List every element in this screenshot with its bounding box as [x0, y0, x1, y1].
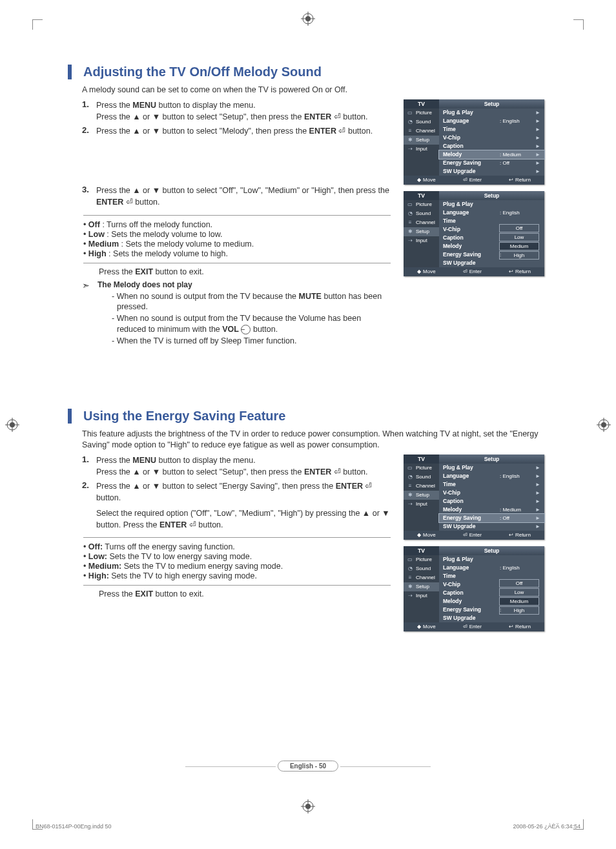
- osd-side-icon: ▭: [406, 557, 414, 563]
- return-icon: ↩: [509, 532, 513, 538]
- osd-panel-setup-melody: TV Setup ▭Picture◔Sound≡Channel✱Setup⇢In…: [404, 99, 544, 185]
- osd-side-icon: ✱: [406, 492, 414, 498]
- osd-footer: ◆Move ⏎Enter ↩Return: [404, 531, 544, 540]
- crop-mark: [32, 19, 43, 30]
- registration-mark-icon: [301, 12, 315, 26]
- osd-side-icon: ◔: [406, 119, 414, 125]
- osd-side-icon: ≡: [406, 483, 414, 489]
- osd-sidebar: ▭Picture◔Sound≡Channel✱Setup⇢Input: [404, 464, 439, 531]
- osd-side-icon: ≡: [406, 128, 414, 134]
- enter-icon: ⏎: [463, 624, 467, 629]
- osd-rows-opts: Plug & PlayLanguage: EnglishTimeV-ChipCa…: [439, 200, 544, 267]
- return-icon: ↩: [509, 624, 513, 629]
- osd-footer: ◆Move ⏎Enter ↩Return: [404, 267, 544, 276]
- osd-side-icon: ✱: [406, 584, 414, 590]
- exit-text: Press the EXIT button to exit.: [99, 267, 391, 276]
- enter-icon: ⏎: [463, 269, 467, 274]
- osd-side-icon: ≡: [406, 575, 414, 581]
- move-icon: ◆: [417, 532, 421, 538]
- note-arrow-icon: ➣: [82, 280, 98, 291]
- registration-mark-icon: [5, 418, 19, 432]
- osd-panel-melody-options: TV Setup ▭Picture◔Sound≡Channel✱Setup⇢In…: [404, 191, 544, 276]
- osd-side-icon: ⇢: [406, 146, 414, 152]
- osd-sidebar: ▭Picture◔Sound≡Channel✱Setup⇢Input: [404, 108, 439, 176]
- osd-side-icon: ◔: [406, 210, 414, 217]
- osd-side-icon: ≡: [406, 220, 414, 226]
- registration-mark-icon: [301, 799, 315, 813]
- footer-right: 2008-05-26 ¿ÀÈÄ 6:34:54: [513, 823, 580, 830]
- exit-text: Press the EXIT button to exit.: [99, 589, 391, 598]
- osd-side-icon: ✱: [406, 137, 414, 143]
- osd-side-icon: ⇢: [406, 593, 414, 599]
- return-icon: ↩: [509, 177, 513, 183]
- footer-left: BN68-01514P-00Eng.indd 50: [36, 823, 112, 830]
- intro-text: This feature adjusts the brightness of t…: [82, 429, 546, 451]
- move-icon: ◆: [417, 177, 421, 183]
- osd-panel-setup-energy: TV Setup ▭Picture◔Sound≡Channel✱Setup⇢In…: [404, 455, 544, 540]
- osd-sidebar: ▭Picture◔Sound≡Channel✱Setup⇢Input: [404, 200, 439, 267]
- osd-rows: Plug & Play►Language: English►Time►V-Chi…: [439, 464, 544, 531]
- osd-footer: ◆Move ⏎Enter ↩Return: [404, 622, 544, 631]
- osd-side-icon: ◔: [406, 474, 414, 480]
- osd-rows: Plug & Play►Language: English►Time►V-Chi…: [439, 108, 544, 176]
- osd-footer: ◆Move ⏎Enter ↩Return: [404, 176, 544, 185]
- section-melody: Adjusting the TV On/Off Melody Sound A m…: [68, 65, 546, 351]
- move-icon: ◆: [417, 269, 421, 274]
- osd-rows-opts: Plug & PlayLanguage: EnglishTimeV-ChipCa…: [439, 555, 544, 622]
- osd-sidebar: ▭Picture◔Sound≡Channel✱Setup⇢Input: [404, 555, 439, 622]
- section-energy-saving: Using the Energy Saving Feature This fea…: [68, 409, 546, 638]
- option-list: Off : Turns off the melody function. Low…: [83, 215, 391, 263]
- note-block: ➣ The Melody does not play - When no sou…: [82, 280, 391, 347]
- osd-side-icon: ◔: [406, 566, 414, 572]
- section-title: Using the Energy Saving Feature: [68, 409, 546, 424]
- osd-side-icon: ▭: [406, 110, 414, 116]
- enter-icon: ⏎: [463, 532, 467, 538]
- page-number: English - 50: [278, 761, 338, 772]
- intro-text: A melody sound can be set to come on whe…: [82, 85, 546, 96]
- osd-side-icon: ▭: [406, 465, 414, 471]
- step-number: 2.: [82, 125, 96, 137]
- osd-side-icon: ✱: [406, 229, 414, 235]
- crop-mark: [573, 19, 584, 30]
- enter-icon: ⏎: [463, 177, 467, 183]
- osd-side-icon: ⇢: [406, 238, 414, 244]
- steps-list: 1. Press the MENU button to display the …: [82, 455, 391, 531]
- return-icon: ↩: [509, 269, 513, 274]
- step-body: Press the MENU button to display the men…: [96, 99, 391, 123]
- osd-side-icon: ▭: [406, 201, 414, 208]
- step-body: Press the ▲ or ▼ button to select "Off",…: [96, 185, 391, 208]
- option-list: Off: Turns off the energy saving functio…: [83, 537, 391, 586]
- osd-side-icon: ⇢: [406, 501, 414, 507]
- step-number: 1.: [82, 99, 96, 123]
- move-icon: ◆: [417, 624, 421, 629]
- step-number: 3.: [82, 185, 96, 208]
- step-body: Press the ▲ or ▼ button to select "Melod…: [96, 125, 391, 137]
- registration-mark-icon: [597, 418, 611, 432]
- steps-list: 1. Press the MENU button to display the …: [82, 99, 391, 137]
- osd-panel-energy-options: TV Setup ▭Picture◔Sound≡Channel✱Setup⇢In…: [404, 546, 544, 631]
- section-title: Adjusting the TV On/Off Melody Sound: [68, 65, 546, 79]
